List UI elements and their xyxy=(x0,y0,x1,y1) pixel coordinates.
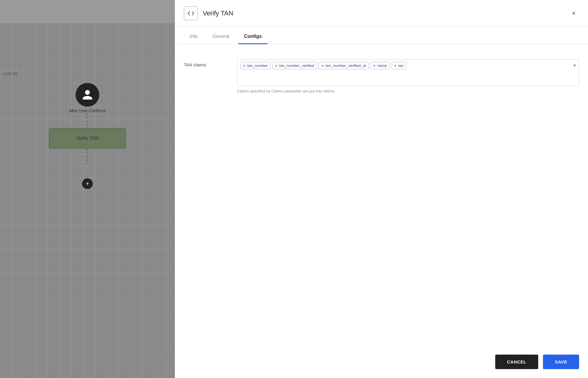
canvas-topbar xyxy=(0,0,175,24)
tag-remove-tan-number-verified[interactable]: × xyxy=(275,64,277,68)
cancel-button[interactable]: CANCEL xyxy=(495,355,539,369)
user-label: After User Confirma xyxy=(69,108,106,113)
tag-remove-tan[interactable]: × xyxy=(394,64,397,68)
tan-claims-label: TAN claims xyxy=(184,59,237,67)
side-panel: Verify TAN × Info General Configs TAN cl… xyxy=(175,0,588,378)
verify-node[interactable]: Verify TAN xyxy=(49,128,126,149)
tag-tan: × tan xyxy=(392,62,406,69)
tag-label-tan: tan xyxy=(398,63,404,68)
canvas-area: t can be After User Confirma Verify TAN … xyxy=(0,0,175,378)
tag-tan-number: × tan_number xyxy=(240,62,271,69)
tag-label-tan-number-verified-at: tan_number_verified_at xyxy=(325,63,366,68)
tag-label-name: name xyxy=(377,63,387,68)
button-row: CANCEL SAVE xyxy=(175,346,588,378)
add-icon: + xyxy=(86,180,89,187)
tag-label-tan-number-verified: tan_number_verified xyxy=(279,63,314,68)
add-node-button[interactable]: + xyxy=(82,178,93,189)
tag-tan-number-verified-at: × tan_number_verified_at xyxy=(319,62,369,69)
tag-label-tan-number: tan_number xyxy=(247,63,268,68)
code-icon xyxy=(187,10,194,17)
tab-general[interactable]: General xyxy=(207,34,235,44)
tag-tan-number-verified: × tan_number_verified xyxy=(272,62,317,69)
flow-container: After User Confirma Verify TAN + xyxy=(0,24,175,189)
save-button[interactable]: SAVE xyxy=(543,355,579,369)
tabs-bar: Info General Configs xyxy=(175,27,588,44)
tan-claims-field: × tan_number × tan_number_verified × tan… xyxy=(237,59,579,93)
tab-info[interactable]: Info xyxy=(184,34,204,44)
tan-claims-row: TAN claims × tan_number × tan_number_ver… xyxy=(184,59,579,93)
tag-input[interactable]: × tan_number × tan_number_verified × tan… xyxy=(237,59,579,86)
tag-remove-tan-number-verified-at[interactable]: × xyxy=(321,64,324,68)
panel-header: Verify TAN × xyxy=(175,0,588,27)
tag-name: × name xyxy=(370,62,390,69)
close-icon: × xyxy=(572,9,576,17)
flow-line-1 xyxy=(87,113,88,128)
tag-remove-name[interactable]: × xyxy=(373,64,376,68)
tan-claims-hint: Claims specified by Claims parameter are… xyxy=(237,89,579,93)
panel-icon-box xyxy=(184,6,198,20)
panel-title: Verify TAN xyxy=(203,9,568,17)
tab-configs[interactable]: Configs xyxy=(238,34,268,44)
flow-line-2 xyxy=(87,149,88,164)
user-node xyxy=(76,83,99,107)
close-button[interactable]: × xyxy=(568,8,579,19)
dropdown-arrow-icon[interactable]: ▾ xyxy=(573,63,576,68)
panel-content: TAN claims × tan_number × tan_number_ver… xyxy=(175,44,588,346)
tag-remove-tan-number[interactable]: × xyxy=(243,64,245,68)
